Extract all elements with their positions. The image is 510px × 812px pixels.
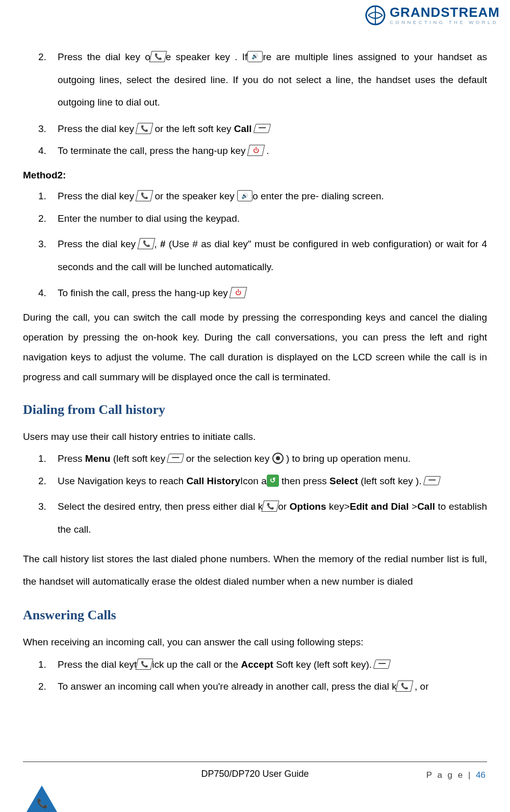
list-item: 3. Select the desired entry, then press …	[58, 495, 487, 541]
call-history-icon	[267, 475, 279, 487]
list-item: 3. Press the dial key , # (Use # as dial…	[58, 233, 487, 278]
body-paragraph: The call history list stores the last di…	[23, 548, 487, 592]
corner-badge-icon	[27, 785, 57, 812]
page-number: P a g e | 46	[426, 770, 486, 780]
dial-key-icon	[149, 51, 167, 62]
section-heading-dial-history: Dialing from Call history	[23, 400, 487, 420]
list-item: 1. Press Menu (left soft key or the sele…	[58, 451, 487, 466]
method2-heading: Method2:	[23, 168, 487, 182]
list-item: 2. Use Navigation keys to reach Call His…	[58, 474, 487, 488]
dial-key-icon	[395, 680, 413, 692]
softkey-icon	[423, 476, 441, 485]
brand-logo: GRANDSTREAM CONNECTING THE WORLD	[365, 5, 500, 25]
section-heading-answering: Answering Calls	[23, 605, 487, 625]
speaker-key-icon	[247, 51, 263, 62]
softkey-icon	[167, 454, 184, 463]
body-paragraph: When receiving an incoming call, you can…	[23, 635, 487, 649]
body-paragraph: Users may use their call history entries…	[23, 429, 487, 444]
list-item: 1. Press the dial key or the speaker key…	[58, 189, 487, 203]
hangup-key-icon	[247, 145, 265, 156]
dial-key-icon	[136, 123, 154, 134]
selection-key-icon	[272, 453, 284, 464]
logo-brand-text: GRANDSTREAM	[390, 6, 500, 19]
dial-key-icon	[262, 501, 279, 512]
softkey-icon	[373, 660, 391, 669]
list-item: 4. To finish the call, press the hang-up…	[58, 285, 487, 300]
list-item: 1. Press the dial keytick up the call or…	[58, 657, 487, 672]
footer-divider	[23, 762, 487, 762]
body-paragraph: During the call, you can switch the call…	[23, 308, 487, 387]
logo-tagline: CONNECTING THE WORLD	[390, 20, 500, 25]
list-item: 2. Enter the number to dial using the ke…	[58, 211, 487, 226]
list-item: 4. To terminate the call, press the hang…	[58, 143, 487, 158]
answering-list: 1. Press the dial keytick up the call or…	[23, 657, 487, 694]
hangup-key-icon	[230, 287, 247, 298]
list-item: 2. Press the dial key oe speaker key . I…	[58, 46, 487, 114]
speaker-key-icon	[237, 190, 252, 201]
list-item: 3. Press the dial key or the left soft k…	[58, 121, 487, 136]
method1-list: 2. Press the dial key oe speaker key . I…	[23, 46, 487, 159]
dial-history-list: 1. Press Menu (left soft key or the sele…	[23, 451, 487, 541]
method2-list: 1. Press the dial key or the speaker key…	[23, 189, 487, 301]
softkey-icon	[253, 124, 271, 133]
dial-key-icon	[138, 238, 156, 249]
dial-key-icon	[136, 659, 154, 670]
dial-key-icon	[136, 190, 154, 201]
list-item: 2. To answer an incoming call when you'r…	[58, 679, 487, 694]
